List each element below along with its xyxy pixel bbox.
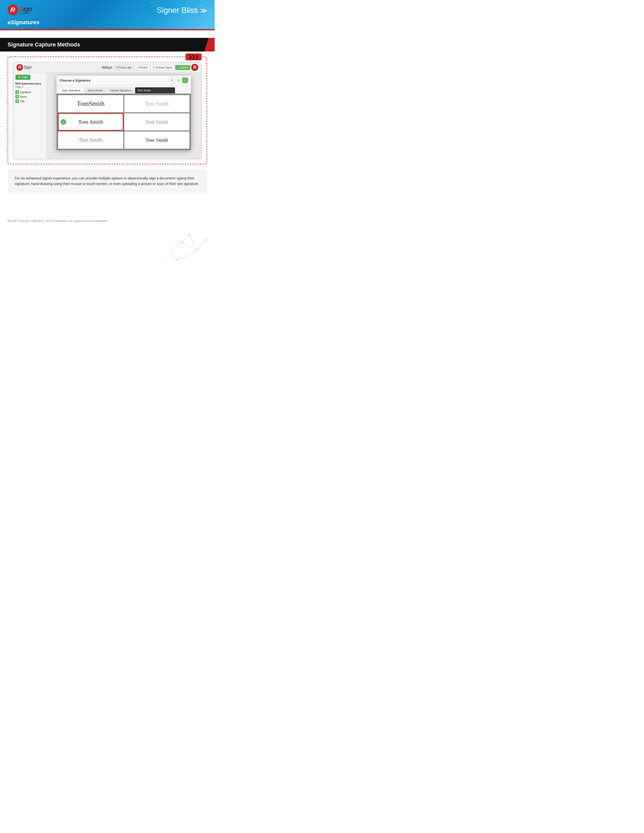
browser-body: ▼ Filter NDA Agreement.docx Page 2 ✦ Sig… [13, 73, 201, 159]
signature-option-6[interactable]: Tom Smith [124, 132, 189, 149]
sidebar-signature-label: Signature [20, 91, 31, 94]
finish-later-button[interactable]: ⏱ Finish Later [113, 65, 134, 70]
tab-upload-signature[interactable]: Upload Signature [106, 87, 135, 93]
sidebar-page: Page 2 [15, 85, 44, 88]
signature-text-5: Tom Smith [79, 137, 103, 143]
submit-button[interactable]: ✓ Submit [175, 65, 190, 70]
svg-line-16 [189, 235, 197, 250]
sidebar-title-icon: ✦ [15, 100, 19, 103]
browser-sidebar: ▼ Filter NDA Agreement.docx Page 2 ✦ Sig… [13, 73, 46, 159]
bottom-decoration [167, 232, 207, 262]
tab-type-signature[interactable]: Type Signature [59, 87, 84, 93]
signature-modal-controls: ↻ ⊘ ✓ [169, 77, 188, 83]
logo-sign-text: Sign™ [19, 5, 34, 13]
info-text: For an enhanced signer experience, you c… [14, 175, 200, 187]
svg-point-21 [196, 249, 198, 251]
header-subtitle: eSignatures [8, 19, 39, 26]
sidebar-item-title: ✦ Title [15, 100, 44, 103]
browser-mockup: R Sign RSign Page 1 ▾ ⏱ Finish Later ✕ D… [13, 62, 201, 159]
header-red-bar [0, 29, 215, 30]
browser-center-title: RSign [103, 65, 112, 69]
page-footer: RPost© Copyright 1999-2024. RPost tradem… [0, 215, 215, 226]
signature-text-6: Tom Smith [145, 137, 168, 143]
browser-logo-r: R [16, 64, 23, 71]
svg-line-19 [189, 250, 197, 255]
browser-topbar: R Sign RSign Page 1 ▾ ⏱ Finish Later ✕ D… [13, 62, 201, 73]
svg-point-20 [181, 241, 183, 243]
browser-r-brand-icon: R [191, 64, 198, 71]
x-icon: ✕ [137, 66, 139, 69]
filter-button[interactable]: ▼ Filter [15, 75, 30, 80]
svg-line-17 [169, 252, 177, 260]
signature-tabs: Type Signature Hand-drawn Upload Signatu… [56, 85, 191, 94]
section-title-bar: Signature Capture Methods [0, 38, 215, 51]
signature-option-2[interactable]: Tom Smith [124, 95, 189, 113]
sidebar-name-label: Name [20, 95, 27, 98]
sidebar-title-label: Title [20, 100, 25, 103]
svg-line-7 [172, 15, 182, 23]
tab-name-input[interactable] [135, 87, 175, 93]
svg-point-10 [196, 27, 198, 28]
refresh-button[interactable]: ↻ [169, 77, 175, 83]
cancel-modal-button[interactable]: ⊘ [176, 77, 181, 83]
svg-point-23 [176, 259, 177, 261]
svg-line-3 [182, 15, 197, 28]
signature-modal-title: Choose a Signature [60, 79, 90, 82]
selected-checkmark: ✓ [61, 119, 66, 125]
svg-point-11 [151, 2, 152, 3]
browser-main-panel: Choose a Signature ↻ ⊘ ✓ Type Signature … [46, 73, 201, 159]
signature-text-2: Tom Smith [145, 100, 169, 107]
tab-hand-drawn[interactable]: Hand-drawn [84, 87, 106, 93]
signature-modal: Choose a Signature ↻ ⊘ ✓ Type Signature … [56, 75, 191, 150]
browser-logo: R Sign [16, 64, 32, 71]
decline-button[interactable]: ✕ Decline [135, 65, 150, 70]
browser-logo-text: Sign [24, 65, 32, 70]
header-logo: R Sign™ by RPOST [8, 5, 34, 15]
signature-option-5[interactable]: Tom Smith [58, 132, 123, 149]
svg-point-24 [205, 239, 206, 241]
svg-line-12 [169, 242, 182, 252]
toolbar-buttons: ⏱ Finish Later ✕ Decline ↻ Change Signer… [113, 65, 190, 70]
signature-text-4: Tom Smith [145, 119, 168, 125]
dashed-border-box: ❯❯❯ R Sign RSign Page 1 ▾ ⏱ Finish Later [8, 56, 207, 164]
confirm-modal-button[interactable]: ✓ [182, 77, 188, 83]
svg-line-15 [182, 235, 189, 242]
signature-option-3[interactable]: ✓ Tom Smith [58, 113, 123, 130]
browser-top-right: Page 1 ▾ ⏱ Finish Later ✕ Decline ↻ Chan… [101, 64, 198, 71]
signature-option-4[interactable]: Tom Smith [124, 113, 189, 130]
arrows-decoration: ❯❯❯ [186, 53, 201, 60]
section-title: Signature Capture Methods [8, 42, 207, 48]
info-box: For an enhanced signer experience, you c… [8, 169, 207, 193]
main-content: ❯❯❯ R Sign RSign Page 1 ▾ ⏱ Finish Later [0, 56, 215, 200]
svg-line-4 [151, 0, 164, 3]
filter-icon: ▼ [18, 76, 21, 79]
chevrons-icon: ≫ [200, 6, 207, 14]
signature-grid: TomSmith Tom Smith ✓ Tom Smith [56, 94, 191, 150]
signature-text-3: Tom Smith [78, 119, 103, 125]
sidebar-doc-name: NDA Agreement.docx [15, 82, 44, 85]
sidebar-name-icon: ✦ [15, 95, 19, 98]
header-title: Signer Bliss ≫ [156, 6, 207, 15]
signature-modal-header: Choose a Signature ↻ ⊘ ✓ [56, 76, 191, 85]
svg-line-13 [182, 242, 197, 250]
sidebar-item-name: ✦ Name [15, 95, 44, 98]
logo-r-icon: R [8, 5, 18, 15]
svg-line-14 [197, 240, 206, 250]
page-header: R Sign™ by RPOST Signer Bliss ≫ eSignatu… [0, 0, 215, 30]
signature-option-1[interactable]: TomSmith [58, 95, 123, 113]
signature-text-1: TomSmith [77, 100, 104, 108]
footer-text: RPost© Copyright 1999-2024. RPost tradem… [8, 219, 207, 222]
change-signer-button[interactable]: ↻ Change Signer [151, 65, 175, 70]
arrow-icon-1: ❯❯❯ [188, 55, 198, 60]
sidebar-item-signature: ✦ Signature [15, 90, 44, 94]
sidebar-signature-icon: ✦ [15, 90, 19, 94]
svg-line-18 [177, 255, 189, 260]
svg-point-22 [188, 234, 190, 235]
